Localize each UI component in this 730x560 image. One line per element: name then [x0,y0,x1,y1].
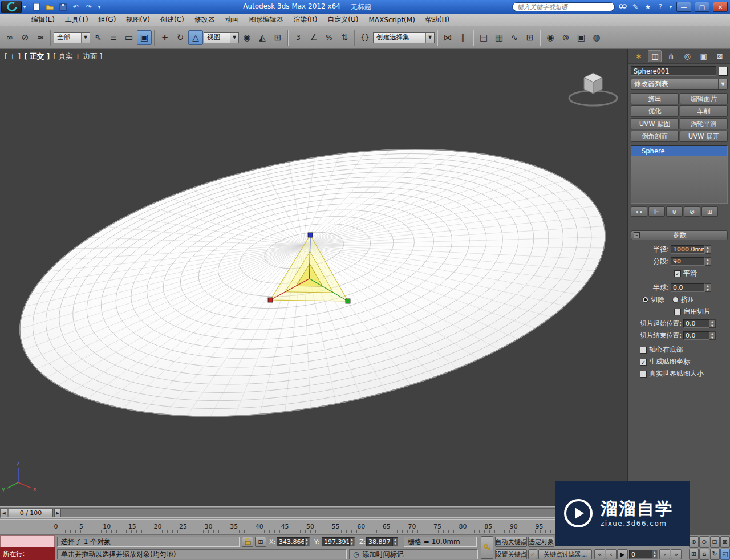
menu-rendering[interactable]: 渲染(R) [289,14,323,26]
snaps-toggle-icon[interactable]: 3 [291,30,306,45]
key-filter-check-icon[interactable]: ✓ [528,549,537,559]
next-frame-button[interactable]: › [659,549,670,559]
viewcube[interactable] [569,73,617,105]
frame-spinner[interactable]: ▲▼ [652,550,657,558]
z-coordinate-field[interactable]: 38.897▲▼ [366,537,398,546]
rendered-frame-window-icon[interactable]: ▣ [574,30,589,45]
render-production-icon[interactable]: ◍ [589,30,604,45]
menu-edit[interactable]: 编辑(E) [26,14,60,26]
add-time-tag-field[interactable]: ◷添加时间标记 [349,549,478,559]
segments-field[interactable]: 90 [671,257,705,266]
tab-display-icon[interactable]: ▣ [697,50,711,62]
object-name-field[interactable]: Sphere001 [631,66,716,76]
dropdown-caret-icon[interactable]: ▼ [81,33,90,43]
current-frame-field[interactable]: 0▲▼ [629,550,658,559]
material-editor-icon[interactable]: ◉ [543,30,558,45]
go-to-start-button[interactable]: « [594,549,605,559]
use-pivot-point-icon[interactable]: ◉ [240,30,254,45]
squash-radio[interactable] [672,297,679,303]
schematic-view-icon[interactable]: ⊞ [522,30,537,45]
next-frame-arrow-icon[interactable]: ▶ [54,509,61,517]
object-color-swatch[interactable] [719,67,728,76]
key-filters-button[interactable]: 关键点过滤器... [538,549,592,559]
modifier-button-bevel-profile[interactable]: 倒角剖面 [631,131,679,142]
percent-snap-toggle-icon[interactable]: % [322,30,336,45]
base-to-pivot-checkbox[interactable]: ✓ [640,347,647,354]
z-spinner[interactable]: ▲▼ [392,538,398,546]
modifier-list-dropdown[interactable]: 修改器列表 ▼ [631,79,728,90]
y-spinner[interactable]: ▲▼ [349,538,354,546]
x-spinner[interactable]: ▲▼ [304,538,309,546]
chop-radio-group[interactable]: 切除 [642,295,664,305]
zoom-extents-all-icon[interactable]: ⊠ [720,536,730,548]
pan-view-icon[interactable]: ⌂ [699,549,709,560]
menu-modifiers[interactable]: 修改器 [189,14,220,26]
edit-named-selection-sets-icon[interactable]: {} [358,30,372,45]
show-end-result-icon[interactable]: ⊩ [648,206,665,217]
select-by-name-icon[interactable]: ≡ [106,30,121,45]
render-setup-icon[interactable]: ⊚ [558,30,573,45]
segments-spinner[interactable]: ▲▼ [705,257,711,266]
menu-help[interactable]: 帮助(H) [420,14,455,26]
selected-filter-dropdown[interactable]: 选定对象 [528,537,554,547]
window-crossing-toggle-icon[interactable]: ▣ [137,30,152,45]
graphite-ribbon-icon[interactable]: ▦ [492,30,506,45]
time-slider[interactable]: ◀ 0 / 100 ▶ [0,506,628,519]
favorites-star-icon[interactable]: ★ [643,3,652,11]
menu-tools[interactable]: 工具(T) [60,14,94,26]
tab-hierarchy-icon[interactable]: ⋔ [664,50,678,62]
modifier-button-optimize[interactable]: 优化 [631,105,679,117]
align-icon[interactable]: ∥ [456,30,471,45]
listener-field[interactable]: 所在行: [0,547,55,560]
tab-utilities-icon[interactable]: ⊠ [713,50,727,62]
curve-editor-icon[interactable]: ∿ [507,30,522,45]
maxscript-mini-listener[interactable]: 所在行: [0,535,55,560]
orbit-icon[interactable]: ↻ [710,549,720,560]
maximize-viewport-toggle-icon[interactable]: ◱ [720,549,730,560]
dropdown-caret-icon[interactable]: ▼ [718,79,727,89]
squash-radio-group[interactable]: 挤压 [672,295,695,305]
go-to-end-button[interactable]: » [671,549,682,559]
parameters-rollout-header[interactable]: – 参数 [631,230,728,240]
time-slider-grip[interactable]: 0 / 100 [9,509,53,517]
viewport-canvas[interactable]: z x y [0,49,628,506]
absolute-offset-mode-button[interactable]: ⊞ [255,537,266,547]
modifier-button-unwrap-uvw[interactable]: UVW 展开 [680,131,728,142]
viewport-general-menu[interactable]: [ + ] [5,52,21,62]
menu-graph-editors[interactable]: 图形编辑器 [244,14,289,26]
previous-frame-arrow-icon[interactable]: ◀ [1,509,7,517]
smooth-checkbox[interactable]: ✓ [674,270,681,277]
zoom-icon[interactable]: ⊕ [689,536,699,548]
hemisphere-field[interactable]: 0.0 [671,283,705,292]
minimize-button[interactable]: — [676,2,691,12]
auto-key-button[interactable]: 自动关键点 [495,537,527,547]
viewport-orthographic[interactable]: [ + ] [ 正交 ] [ 真实 + 边面 ] z x y [0,49,628,506]
set-keys-button[interactable] [481,536,493,559]
save-file-icon[interactable] [57,2,68,12]
reference-coordinate-dropdown[interactable]: 视图▼ [204,32,239,43]
rollout-collapse-icon[interactable]: – [634,232,640,238]
radius-spinner[interactable]: ▲▼ [705,245,711,254]
generate-mapping-coords-checkbox[interactable]: ✓ [640,359,647,366]
unlink-selection-icon[interactable]: ⊘ [18,30,33,45]
keyboard-shortcut-override-icon[interactable]: ⊞ [270,30,285,45]
modifier-stack-item-sphere[interactable]: Sphere [631,146,727,156]
menu-customize[interactable]: 自定义(U) [322,14,363,26]
hemisphere-spinner[interactable]: ▲▼ [705,283,711,292]
close-button[interactable]: × [713,2,728,12]
select-and-link-icon[interactable]: ∞ [2,30,17,45]
x-coordinate-field[interactable]: 343.866▲▼ [277,537,310,546]
named-selection-sets-dropdown[interactable]: 创建选择集▼ [373,32,435,43]
search-input[interactable]: 键入关键字或短语 [512,2,615,11]
modifier-button-extrude[interactable]: 挤出 [631,93,679,104]
make-unique-icon[interactable]: ⊎ [666,206,683,217]
tab-create-icon[interactable]: ∗ [632,50,646,62]
selection-filter-dropdown[interactable]: 全部▼ [54,32,90,43]
help-caret-icon[interactable]: ▾ [668,5,673,10]
remove-modifier-icon[interactable]: ⊘ [684,206,700,217]
slice-from-field[interactable]: 0.0 [683,319,709,328]
menu-group[interactable]: 组(G) [94,14,121,26]
chop-radio[interactable] [642,297,648,303]
zoom-extents-icon[interactable]: ⊡ [710,536,720,548]
modifier-button-edit-patch[interactable]: 编辑面片 [680,93,728,104]
